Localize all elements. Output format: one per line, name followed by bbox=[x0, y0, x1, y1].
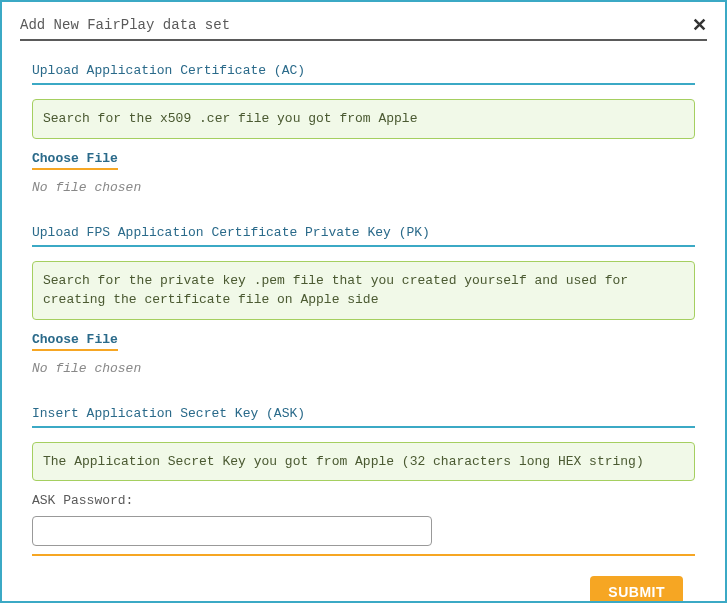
dialog-header: Add New FairPlay data set ✕ bbox=[20, 16, 707, 41]
button-row: SUBMIT bbox=[32, 576, 695, 603]
dialog-title: Add New FairPlay data set bbox=[20, 17, 230, 33]
file-status-pk: No file chosen bbox=[32, 361, 695, 376]
close-icon[interactable]: ✕ bbox=[692, 16, 707, 34]
hint-ask: The Application Secret Key you got from … bbox=[32, 442, 695, 482]
choose-file-button-ac[interactable]: Choose File bbox=[32, 151, 118, 170]
ask-password-input[interactable] bbox=[32, 516, 432, 546]
orange-divider bbox=[32, 554, 695, 556]
dialog-content: Upload Application Certificate (AC) Sear… bbox=[20, 63, 707, 603]
hint-ac: Search for the x509 .cer file you got fr… bbox=[32, 99, 695, 139]
section-heading-pk: Upload FPS Application Certificate Priva… bbox=[32, 225, 695, 247]
submit-button[interactable]: SUBMIT bbox=[590, 576, 683, 603]
choose-file-button-pk[interactable]: Choose File bbox=[32, 332, 118, 351]
section-heading-ask: Insert Application Secret Key (ASK) bbox=[32, 406, 695, 428]
ask-password-label: ASK Password: bbox=[32, 493, 695, 508]
file-status-ac: No file chosen bbox=[32, 180, 695, 195]
section-heading-ac: Upload Application Certificate (AC) bbox=[32, 63, 695, 85]
hint-pk: Search for the private key .pem file tha… bbox=[32, 261, 695, 320]
